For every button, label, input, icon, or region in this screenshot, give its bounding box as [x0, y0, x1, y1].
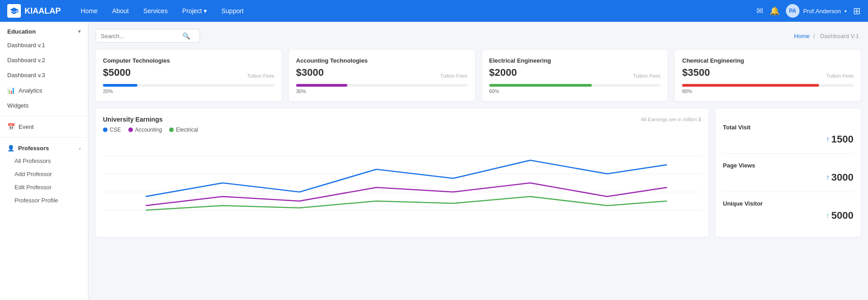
- sidebar-item-dashboard-v3[interactable]: Dashboard v.3: [0, 68, 88, 83]
- main-content: 🔍 Home / Dashboard V.1 Computer Technolo…: [88, 22, 868, 300]
- legend-label: Accounting: [135, 127, 162, 133]
- nav-services[interactable]: Services: [137, 5, 174, 17]
- stat-row-label: Total Visit: [723, 124, 853, 131]
- earnings-header: University Earnings All Earnings are in …: [103, 116, 701, 123]
- card-label: Tuition Fees: [826, 73, 853, 79]
- sidebar-item-professor-profile[interactable]: Professor Profile: [0, 194, 88, 207]
- search-input[interactable]: [101, 33, 182, 39]
- sidebar-professors-section: 👤 Professors ‹: [0, 140, 88, 154]
- sidebar-item-add-professor[interactable]: Add Professor: [0, 167, 88, 181]
- progress-bar-wrap: [103, 84, 274, 87]
- topnav-links: Home About Services Project ▾ Support: [74, 5, 756, 17]
- sidebar-education-section: Education ▾: [0, 22, 88, 38]
- sidebar-item-edit-professor[interactable]: Edit Professor: [0, 181, 88, 194]
- stat-card-3: Chemical Engineering $3500 Tuition Fees …: [675, 50, 861, 101]
- card-title: Accounting Technologies: [296, 57, 468, 64]
- brand-logo[interactable]: KIAALAP: [7, 4, 61, 18]
- chevron-down-icon: ▾: [204, 7, 207, 15]
- search-wrap: 🔍: [96, 29, 200, 43]
- stat-cards: Computer Technologies $5000 Tuition Fees…: [96, 50, 861, 101]
- sidebar-item-all-professors[interactable]: All Professors: [0, 154, 88, 167]
- chevron-down-icon: ▾: [844, 9, 847, 14]
- topnav-right: ✉ 🔔 PA Prof.Anderson ▾ ⊞: [756, 4, 861, 18]
- analytics-icon: 📊: [7, 87, 15, 94]
- chevron-down-icon: ▾: [78, 29, 81, 34]
- progress-bar-wrap: [682, 84, 853, 87]
- legend-dot: [103, 128, 107, 132]
- card-title: Electrical Engineering: [489, 57, 661, 64]
- card-amount: $5000: [103, 67, 131, 79]
- card-label: Tuition Fees: [247, 73, 274, 79]
- stat-card-0: Computer Technologies $5000 Tuition Fees…: [96, 50, 282, 101]
- nav-about[interactable]: About: [106, 5, 135, 17]
- top-bar: 🔍 Home / Dashboard V.1: [96, 29, 861, 43]
- event-icon: 📅: [7, 123, 15, 130]
- card-title: Chemical Engineering: [682, 57, 853, 64]
- legend-item-electrical: Electrical: [169, 127, 198, 133]
- nav-support[interactable]: Support: [215, 5, 250, 17]
- bottom-row: University Earnings All Earnings are in …: [96, 108, 861, 237]
- sidebar-item-analytics[interactable]: 📊 Analytics: [0, 83, 88, 98]
- stat-card-2: Electrical Engineering $2000 Tuition Fee…: [482, 50, 668, 101]
- earnings-note: All Earnings are in million $: [641, 117, 701, 122]
- sidebar-item-label: Dashboard v.2: [7, 57, 45, 64]
- progress-pct: 20%: [103, 89, 274, 94]
- progress-bar-wrap: [489, 84, 661, 87]
- progress-bar: [489, 84, 592, 87]
- user-menu[interactable]: PA Prof.Anderson ▾: [786, 4, 847, 18]
- progress-pct: 80%: [682, 89, 853, 94]
- grid-icon[interactable]: ⊞: [853, 5, 861, 16]
- professors-icon: 👤: [7, 145, 15, 152]
- sidebar-item-dashboard-v2[interactable]: Dashboard v.2: [0, 53, 88, 68]
- progress-pct: 60%: [489, 89, 661, 94]
- legend-dot: [128, 128, 133, 132]
- legend-dot: [169, 128, 174, 132]
- arrow-up-icon: ↑: [826, 173, 829, 182]
- card-amount: $3000: [296, 67, 324, 79]
- stat-row-label: Page Views: [723, 162, 853, 169]
- chart-area: [103, 138, 701, 228]
- sidebar-item-widgets[interactable]: Widgets: [0, 98, 88, 113]
- sidebar: Education ▾ Dashboard v.1 Dashboard v.2 …: [0, 22, 88, 300]
- sidebar-item-label: Analytics: [19, 87, 42, 94]
- stats-right: Total Visit ↑ 1500 Page Views ↑ 3000 Uni…: [716, 108, 861, 237]
- mail-icon[interactable]: ✉: [756, 6, 763, 16]
- sidebar-item-label: Event: [19, 123, 34, 130]
- progress-pct: 30%: [296, 89, 468, 94]
- progress-bar: [296, 84, 347, 87]
- education-label: Education: [7, 28, 36, 35]
- sidebar-item-event[interactable]: 📅 Event: [0, 119, 88, 134]
- arrow-up-icon: ↑: [826, 211, 829, 220]
- stat-value: 5000: [831, 210, 853, 221]
- legend-label: CSE: [110, 127, 121, 133]
- nav-project[interactable]: Project ▾: [176, 5, 214, 17]
- breadcrumb-home[interactable]: Home: [794, 33, 810, 39]
- stat-row-1: Page Views ↑ 3000: [723, 154, 853, 192]
- bell-icon[interactable]: 🔔: [770, 6, 780, 16]
- stat-row-value: ↑ 3000: [723, 172, 853, 183]
- nav-home[interactable]: Home: [74, 5, 104, 17]
- user-name: Prof.Anderson: [803, 8, 841, 15]
- stat-row-2: Unique Visitor ↑ 5000: [723, 192, 853, 230]
- stat-row-0: Total Visit ↑ 1500: [723, 116, 853, 154]
- sidebar-item-label: Widgets: [7, 102, 29, 109]
- legend-label: Electrical: [176, 127, 198, 133]
- sidebar-item-dashboard-v1[interactable]: Dashboard v.1: [0, 38, 88, 53]
- legend-item-accounting: Accounting: [128, 127, 162, 133]
- search-icon: 🔍: [182, 32, 190, 39]
- card-label: Tuition Fees: [633, 73, 660, 79]
- progress-bar-wrap: [296, 84, 468, 87]
- earnings-chart: [103, 138, 701, 228]
- breadcrumb: Home / Dashboard V.1: [794, 33, 861, 39]
- progress-bar: [682, 84, 819, 87]
- logo-icon: [7, 4, 21, 18]
- card-label: Tuition Fees: [440, 73, 467, 79]
- topnav: KIAALAP Home About Services Project ▾ Su…: [0, 0, 868, 22]
- progress-bar: [103, 84, 137, 87]
- earnings-card: University Earnings All Earnings are in …: [96, 108, 708, 237]
- card-title: Computer Technologies: [103, 57, 274, 64]
- earnings-legend: CSE Accounting Electrical: [103, 127, 701, 133]
- legend-item-cse: CSE: [103, 127, 121, 133]
- stat-value: 1500: [831, 133, 853, 145]
- brand-name: KIAALAP: [24, 6, 61, 16]
